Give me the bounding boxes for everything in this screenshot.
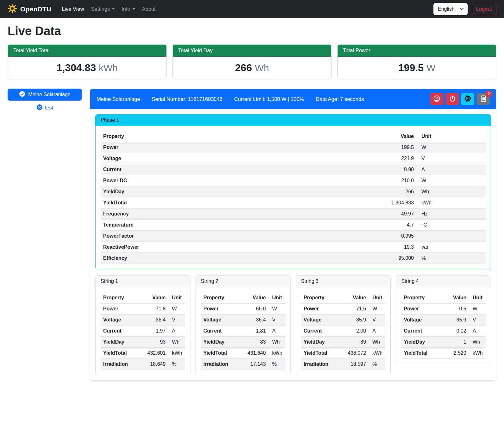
inverter-item-test[interactable]: test	[8, 104, 82, 112]
column-value: Value	[141, 292, 168, 303]
string-card-title: String 1	[96, 276, 190, 287]
column-property: Property	[401, 292, 442, 303]
property-cell: Temperature	[101, 220, 378, 231]
column-property: Property	[101, 292, 141, 303]
value-cell: 93	[141, 337, 168, 348]
unit-cell: A	[469, 326, 486, 337]
phase-table: Property Value Unit Power199.5WVoltage22…	[101, 131, 486, 264]
navbar-right: English Logout	[433, 3, 496, 15]
unit-cell: Wh	[369, 337, 385, 348]
property-cell: YieldTotal	[101, 197, 378, 209]
value-cell: 4.7	[378, 220, 416, 231]
property-cell: YieldDay	[201, 337, 241, 348]
value-cell: 71.6	[342, 303, 369, 315]
nav-info[interactable]: Info	[118, 3, 139, 15]
language-select[interactable]: English	[433, 3, 467, 15]
page-title: Live Data	[8, 24, 496, 38]
table-header-row: Property Value Unit	[301, 292, 386, 303]
value-cell: 19.3	[378, 242, 416, 253]
inverter-item-meine-solaranlage[interactable]: Meine Solaranlage	[8, 89, 82, 101]
value-cell: 1.81	[241, 326, 268, 337]
limit-settings-button[interactable]	[430, 93, 443, 105]
unit-cell: kWh	[416, 197, 486, 209]
card-title: Total Power	[338, 45, 496, 57]
column-unit: Unit	[469, 292, 486, 303]
unit-cell: V	[268, 315, 285, 326]
value-cell: 210.0	[378, 175, 416, 186]
event-count-badge: 2	[485, 90, 492, 97]
table-row: Frequency49.97Hz	[101, 209, 486, 220]
power-button[interactable]	[446, 93, 459, 105]
unit-cell: %	[168, 359, 185, 370]
unit-cell: %	[416, 253, 486, 264]
chevron-down-icon	[133, 8, 135, 10]
table-row: Current2.00A	[301, 326, 386, 337]
string-card: String 1 Property Value Unit Power71.8WV…	[95, 275, 190, 375]
table-row: YieldDay93Wh	[101, 337, 185, 348]
unit-cell	[416, 231, 486, 242]
property-cell: Voltage	[101, 315, 141, 326]
nav-live-view[interactable]: Live View	[58, 3, 87, 15]
property-cell: YieldDay	[301, 337, 342, 348]
unit-cell: Hz	[416, 209, 486, 220]
table-row: Current0.90A	[101, 164, 486, 175]
logout-button[interactable]: Logout	[472, 3, 496, 15]
value-cell: 36.4	[241, 315, 268, 326]
property-cell: YieldDay	[101, 337, 141, 348]
cpu-icon	[464, 95, 471, 103]
unit-cell: var	[416, 242, 486, 253]
value-cell: 2.520	[442, 348, 469, 359]
column-unit: Unit	[268, 292, 285, 303]
property-cell: Current	[301, 326, 342, 337]
table-row: Temperature4.7°C	[101, 220, 486, 231]
card-title: Total Yield Total	[8, 45, 166, 57]
total-yield-total-card: Total Yield Total 1,304.83 kWh	[8, 44, 167, 79]
value-cell: 2.00	[342, 326, 369, 337]
table-row: YieldTotal432.601kWh	[101, 348, 185, 359]
brand[interactable]: OpenDTU	[8, 4, 51, 15]
nav-about[interactable]: About	[139, 3, 159, 15]
serial-number: Serial Number: 116171603546	[152, 96, 223, 102]
table-row: PowerFactor0.995	[101, 231, 486, 242]
string-table: Property Value Unit Power66.0WVoltage36.…	[201, 292, 285, 370]
inverter-list: Meine Solaranlage test	[8, 89, 82, 112]
property-cell: Irradiation	[301, 359, 342, 370]
property-cell: Voltage	[301, 315, 342, 326]
table-row: Efficiency95.000%	[101, 253, 486, 264]
total-yield-day-card: Total Yield Day 266 Wh	[172, 44, 332, 79]
card-unit: W	[426, 63, 435, 73]
unit-cell: %	[369, 359, 385, 370]
property-cell: PowerFactor	[101, 231, 378, 242]
unit-cell: kWh	[369, 348, 385, 359]
panel-actions: 2	[430, 93, 490, 105]
unit-cell: V	[168, 315, 185, 326]
column-unit: Unit	[369, 292, 385, 303]
table-row: Power71.6W	[301, 303, 386, 315]
table-row: YieldTotal1,304.833kWh	[101, 197, 486, 209]
table-row: Voltage35.9V	[301, 315, 386, 326]
table-header-row: Property Value Unit	[101, 292, 185, 303]
string-card: String 4 Property Value Unit Power0.6WVo…	[396, 275, 491, 364]
table-row: YieldDay89Wh	[301, 337, 386, 348]
nav-settings[interactable]: Settings	[88, 3, 118, 15]
property-cell: Power DC	[101, 175, 378, 186]
unit-cell: V	[369, 315, 385, 326]
event-log-button[interactable]: 2	[477, 93, 490, 105]
table-row: Power0.6W	[401, 303, 486, 315]
value-cell: 1	[442, 337, 469, 348]
table-row: Current1.81A	[201, 326, 285, 337]
unit-cell: W	[268, 303, 285, 315]
column-property: Property	[201, 292, 241, 303]
value-cell: 1.97	[141, 326, 168, 337]
inverter-panel-header: Meine Solaranlage Serial Number: 1161716…	[90, 89, 496, 109]
table-row: Voltage221.9V	[101, 153, 486, 164]
string-table: Property Value Unit Power0.6WVoltage35.9…	[401, 292, 486, 359]
device-info-button[interactable]	[461, 93, 474, 105]
string-card: String 3 Property Value Unit Power71.6WV…	[296, 275, 391, 375]
property-cell: ReactivePower	[101, 242, 378, 253]
unit-cell: W	[369, 303, 385, 315]
string-card-title: String 3	[296, 276, 391, 287]
check-circle-icon	[19, 91, 25, 98]
chevron-down-icon	[112, 8, 115, 10]
table-row: ReactivePower19.3var	[101, 242, 486, 253]
